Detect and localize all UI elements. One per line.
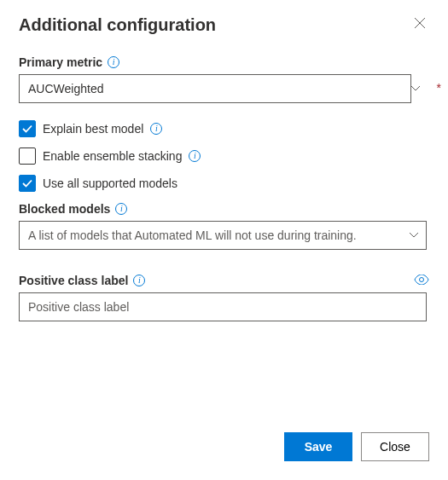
info-icon[interactable]: i bbox=[133, 275, 145, 286]
blocked-models-label-text: Blocked models bbox=[19, 202, 110, 216]
primary-metric-label-text: Primary metric bbox=[19, 55, 102, 69]
positive-class-input[interactable] bbox=[19, 292, 427, 321]
blocked-models-placeholder: A list of models that Automated ML will … bbox=[28, 228, 357, 242]
primary-metric-label: Primary metric i bbox=[19, 55, 429, 69]
primary-metric-value: AUCWeighted bbox=[28, 82, 103, 95]
explain-best-model-label: Explain best model bbox=[43, 122, 143, 136]
use-all-supported-models-label: Use all supported models bbox=[43, 176, 177, 190]
svg-point-0 bbox=[420, 278, 424, 282]
blocked-models-label: Blocked models i bbox=[19, 202, 429, 216]
enable-ensemble-stacking-label: Enable ensemble stacking bbox=[43, 149, 182, 163]
explain-best-model-checkbox[interactable] bbox=[19, 120, 36, 137]
info-icon[interactable]: i bbox=[189, 150, 201, 162]
primary-metric-select[interactable]: AUCWeighted bbox=[19, 74, 411, 103]
use-all-supported-models-checkbox[interactable] bbox=[19, 175, 36, 192]
close-button[interactable]: Close bbox=[361, 432, 429, 461]
close-icon[interactable] bbox=[410, 15, 429, 33]
positive-class-label-text: Positive class label bbox=[19, 274, 128, 287]
chevron-down-icon bbox=[410, 85, 421, 92]
enable-ensemble-stacking-checkbox[interactable] bbox=[19, 147, 36, 165]
save-button[interactable]: Save bbox=[284, 432, 352, 461]
required-indicator: * bbox=[437, 81, 441, 95]
info-icon[interactable]: i bbox=[108, 56, 119, 68]
eye-icon[interactable] bbox=[414, 274, 429, 287]
blocked-models-select[interactable]: A list of models that Automated ML will … bbox=[19, 221, 427, 250]
info-icon[interactable]: i bbox=[150, 123, 162, 135]
panel-title: Additional configuration bbox=[19, 15, 216, 35]
positive-class-label: Positive class label i bbox=[19, 274, 145, 287]
info-icon[interactable]: i bbox=[115, 203, 127, 215]
